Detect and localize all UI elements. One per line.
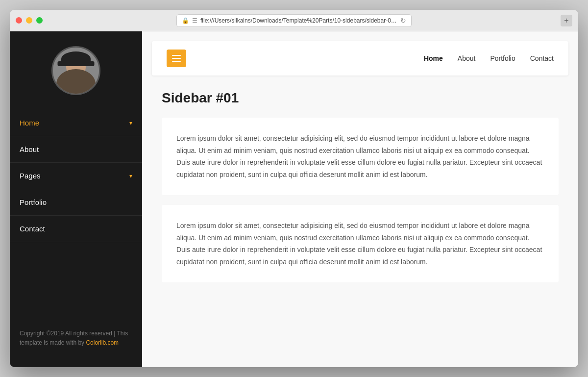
sidebar-link-pages[interactable]: Pages ▾: [10, 163, 142, 189]
top-nav-about[interactable]: About: [458, 54, 476, 62]
hamburger-line-2: [172, 58, 181, 59]
sidebar-link-contact[interactable]: Contact: [10, 216, 142, 242]
sidebar-item-about[interactable]: About: [10, 136, 142, 163]
hamburger-button[interactable]: [167, 50, 186, 67]
avatar-hat: [61, 51, 91, 66]
content-block-2: Lorem ipsum dolor sit amet, consectetur …: [162, 205, 559, 282]
sidebar: Home ▾ About Pages ▾: [10, 31, 142, 367]
minimize-button[interactable]: [26, 17, 32, 24]
hamburger-icon: [172, 55, 181, 62]
menu-icon: ☰: [192, 17, 197, 24]
sidebar-label-portfolio: Portfolio: [20, 198, 47, 206]
hamburger-line-1: [172, 55, 181, 56]
sidebar-link-portfolio[interactable]: Portfolio: [10, 189, 142, 215]
content-block-1: Lorem ipsum dolor sit amet, consectetur …: [162, 118, 559, 195]
sidebar-label-home: Home: [20, 119, 39, 127]
sidebar-label-pages: Pages: [20, 172, 41, 180]
paragraph-1: Lorem ipsum dolor sit amet, consectetur …: [176, 132, 544, 180]
maximize-button[interactable]: [36, 17, 43, 24]
page-content: Sidebar #01 Lorem ipsum dolor sit amet, …: [142, 75, 578, 367]
content-area: Home About Portfolio Contact Sidebar #01…: [142, 31, 578, 367]
sidebar-footer: Copyright ©2019 All rights reserved | Th…: [10, 319, 142, 357]
sidebar-link-home[interactable]: Home ▾: [10, 110, 142, 136]
traffic-lights: [16, 17, 43, 24]
hamburger-line-3: [172, 61, 181, 62]
close-button[interactable]: [16, 17, 22, 24]
browser-window: 🔒 ☰ file:///Users/silkalns/Downloads/Tem…: [10, 10, 578, 367]
sidebar-link-about[interactable]: About: [10, 136, 142, 162]
title-bar: 🔒 ☰ file:///Users/silkalns/Downloads/Tem…: [10, 10, 578, 31]
chevron-down-icon-pages: ▾: [129, 173, 132, 179]
sidebar-label-contact: Contact: [20, 225, 45, 233]
new-tab-button[interactable]: +: [561, 15, 572, 26]
colorlib-link[interactable]: Colorlib.com: [86, 339, 119, 346]
sidebar-item-home[interactable]: Home ▾: [10, 110, 142, 136]
address-bar[interactable]: 🔒 ☰ file:///Users/silkalns/Downloads/Tem…: [176, 14, 412, 27]
main-layout: Home ▾ About Pages ▾: [10, 31, 578, 367]
sidebar-label-about: About: [20, 145, 39, 153]
avatar-container: [10, 31, 142, 105]
title-bar-right: +: [561, 15, 572, 26]
sidebar-item-pages[interactable]: Pages ▾: [10, 163, 142, 189]
top-nav-contact[interactable]: Contact: [530, 54, 554, 62]
top-nav-portfolio[interactable]: Portfolio: [490, 54, 515, 62]
sidebar-item-contact[interactable]: Contact: [10, 216, 142, 242]
paragraph-2: Lorem ipsum dolor sit amet, consectetur …: [176, 220, 544, 268]
top-navbar: Home About Portfolio Contact: [152, 41, 568, 75]
sidebar-item-portfolio[interactable]: Portfolio: [10, 189, 142, 216]
sidebar-nav: Home ▾ About Pages ▾: [10, 110, 142, 319]
page-title: Sidebar #01: [162, 90, 559, 106]
top-nav-home[interactable]: Home: [424, 54, 443, 62]
lock-icon: 🔒: [182, 17, 189, 24]
url-text: file:///Users/silkalns/Downloads/Templat…: [200, 17, 397, 24]
top-nav-links: Home About Portfolio Contact: [424, 54, 554, 62]
reload-icon[interactable]: ↻: [400, 17, 406, 25]
avatar: [51, 46, 100, 95]
avatar-figure: [53, 48, 99, 94]
chevron-down-icon: ▾: [129, 120, 132, 126]
